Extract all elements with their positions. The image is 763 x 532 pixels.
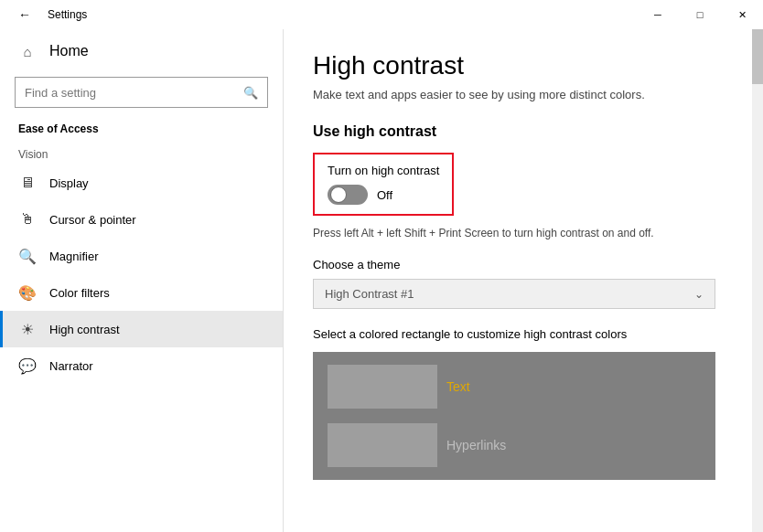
choose-theme-label: Choose a theme xyxy=(313,258,734,271)
scrollbar-thumb[interactable] xyxy=(752,29,763,84)
color-row-text[interactable]: Text xyxy=(320,359,708,414)
high-contrast-toggle[interactable] xyxy=(328,185,368,205)
toggle-box: Turn on high contrast Off xyxy=(313,153,454,216)
search-input[interactable] xyxy=(25,86,243,100)
scrollbar-track[interactable] xyxy=(752,29,763,532)
titlebar-title: Settings xyxy=(48,8,87,21)
text-color-label: Text xyxy=(446,379,470,394)
sidebar: Home 🔍 Ease of Access Vision 🖥 Display 🖱… xyxy=(0,29,284,532)
display-icon: 🖥 xyxy=(18,174,37,192)
titlebar-left: ← Settings xyxy=(11,7,87,22)
sidebar-item-label: Narrator xyxy=(49,359,93,373)
search-icon: 🔍 xyxy=(243,86,258,100)
section-heading: Use high contrast xyxy=(313,123,734,140)
sidebar-item-display[interactable]: 🖥 Display xyxy=(0,165,283,201)
text-color-box[interactable] xyxy=(328,365,437,409)
customize-label: Select a colored rectangle to customize … xyxy=(313,327,734,341)
sidebar-item-narrator[interactable]: 💬 Narrator xyxy=(0,347,283,384)
hyperlinks-color-box[interactable] xyxy=(328,423,437,467)
titlebar: ← Settings ─ □ ✕ xyxy=(0,0,763,29)
color-row-hyperlinks[interactable]: Hyperlinks xyxy=(320,418,708,473)
minimize-button[interactable]: ─ xyxy=(637,0,679,29)
section-label: Ease of Access xyxy=(0,119,283,143)
sidebar-item-highcontrast[interactable]: ☀ High contrast xyxy=(0,311,283,347)
maximize-button[interactable]: □ xyxy=(679,0,721,29)
titlebar-controls: ─ □ ✕ xyxy=(637,0,763,29)
theme-dropdown-value: High Contrast #1 xyxy=(325,287,414,301)
contrast-icon: ☀ xyxy=(18,320,37,338)
sidebar-item-colorfilters[interactable]: 🎨 Color filters xyxy=(0,274,283,311)
theme-dropdown[interactable]: High Contrast #1 ⌄ xyxy=(313,279,715,309)
sidebar-search[interactable]: 🔍 xyxy=(15,77,268,108)
page-title: High contrast xyxy=(313,51,734,80)
sidebar-item-magnifier[interactable]: 🔍 Magnifier xyxy=(0,238,283,274)
shortcut-text: Press left Alt + left Shift + Print Scre… xyxy=(313,227,734,239)
magnifier-icon: 🔍 xyxy=(18,247,37,265)
sidebar-item-cursor[interactable]: 🖱 Cursor & pointer xyxy=(0,201,283,238)
page-subtitle: Make text and apps easier to see by usin… xyxy=(313,88,734,101)
sidebar-item-label: Color filters xyxy=(49,286,110,300)
category-vision: Vision xyxy=(0,143,283,165)
colorfilter-icon: 🎨 xyxy=(18,283,37,302)
content-area: High contrast Make text and apps easier … xyxy=(284,29,763,532)
sidebar-item-label: Magnifier xyxy=(49,250,98,263)
hyperlinks-color-label: Hyperlinks xyxy=(446,438,506,452)
sidebar-item-label: High contrast xyxy=(49,323,120,336)
narrator-icon: 💬 xyxy=(18,356,37,375)
home-icon xyxy=(18,42,37,60)
toggle-label: Turn on high contrast xyxy=(328,164,439,177)
sidebar-item-label: Display xyxy=(49,176,89,190)
close-button[interactable]: ✕ xyxy=(721,0,763,29)
toggle-row: Off xyxy=(328,185,439,205)
cursor-icon: 🖱 xyxy=(18,210,37,229)
home-label: Home xyxy=(49,43,89,59)
sidebar-item-label: Cursor & pointer xyxy=(49,213,136,227)
chevron-down-icon: ⌄ xyxy=(694,288,704,301)
main-layout: Home 🔍 Ease of Access Vision 🖥 Display 🖱… xyxy=(0,29,763,532)
back-icon[interactable]: ← xyxy=(11,7,38,22)
sidebar-home[interactable]: Home xyxy=(0,29,283,73)
toggle-state-label: Off xyxy=(377,188,392,202)
color-grid: Text Hyperlinks xyxy=(313,352,715,480)
